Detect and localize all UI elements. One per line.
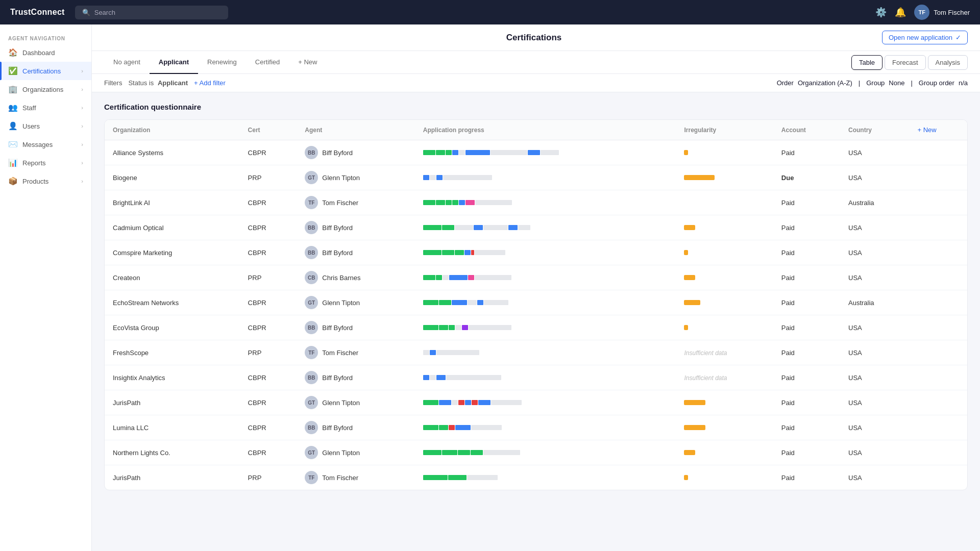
agent-avatar: GT [305, 396, 318, 409]
agent-name: Glenn Tipton [322, 399, 360, 407]
sidebar-item-reports[interactable]: 📊 Reports › [0, 154, 91, 172]
agent-avatar: BB [305, 246, 318, 259]
sidebar-item-users[interactable]: 👤 Users › [0, 117, 91, 135]
country: USA [840, 340, 909, 365]
add-filter-button[interactable]: + Add filter [194, 79, 226, 87]
new-action-cell [909, 265, 967, 290]
table-row: Lumina LLC CBPR BB Biff Byford Paid USA [105, 415, 967, 440]
sidebar-item-messages[interactable]: ✉️ Messages › [0, 135, 91, 154]
irregularity-bar [684, 175, 715, 180]
user-menu[interactable]: TF Tom Fischer [914, 5, 970, 20]
irregularity-bar [684, 325, 688, 330]
agent-cell: BB Biff Byford [297, 240, 414, 265]
account-status: Paid [773, 390, 840, 415]
org-name: Northern Lights Co. [105, 440, 240, 465]
group-order-label: Group order [919, 79, 954, 87]
cert-type: CBPR [240, 290, 297, 315]
tab-certified[interactable]: Certified [246, 51, 289, 74]
country: USA [840, 390, 909, 415]
col-agent[interactable]: Agent [297, 120, 414, 140]
tab-new[interactable]: + New [289, 51, 326, 74]
country: USA [840, 215, 909, 240]
org-name: Insightix Analytics [105, 365, 240, 390]
irregularity-cell [676, 315, 773, 340]
table-row: Createon PRP CB Chris Barnes Paid USA [105, 265, 967, 290]
table-row: JurisPath PRP TF Tom Fischer Paid USA [105, 465, 967, 490]
sidebar-item-organizations[interactable]: 🏢 Organizations › [0, 80, 91, 98]
irregularity-cell [676, 440, 773, 465]
cert-type: CBPR [240, 215, 297, 240]
filter-row: Filters Status is Applicant + Add filter… [92, 74, 980, 92]
sidebar-item-certifications[interactable]: ✅ Certifications › [0, 62, 91, 80]
chevron-right-icon: › [81, 123, 83, 129]
open-new-application-button[interactable]: Open new application ✓ [882, 31, 968, 44]
agent-name: Glenn Tipton [322, 299, 360, 307]
col-organization[interactable]: Organization [105, 120, 240, 140]
active-indicator [0, 62, 2, 80]
progress-cell [415, 215, 676, 240]
products-icon: 📦 [8, 177, 17, 186]
agent-name: Biff Byford [322, 374, 353, 382]
settings-icon[interactable]: ⚙️ [875, 7, 887, 18]
notifications-icon[interactable]: 🔔 [895, 7, 906, 18]
irregularity-bar [684, 400, 705, 405]
sidebar-item-dashboard[interactable]: 🏠 Dashboard [0, 43, 91, 62]
col-new[interactable]: + New [909, 120, 967, 140]
chevron-right-icon: › [81, 105, 83, 111]
account-status: Due [773, 165, 840, 190]
col-account[interactable]: Account [773, 120, 840, 140]
agent-avatar: TF [305, 471, 318, 484]
table-row: Northern Lights Co. CBPR GT Glenn Tipton… [105, 440, 967, 465]
order-value[interactable]: Organization (A-Z) [798, 79, 852, 87]
certifications-table: Organization Cert Agent Application prog… [105, 120, 967, 490]
account-status: Paid [773, 215, 840, 240]
country: USA [840, 365, 909, 390]
group-value[interactable]: None [889, 79, 904, 87]
col-cert[interactable]: Cert [240, 120, 297, 140]
tab-no-agent[interactable]: No agent [104, 51, 150, 74]
tab-applicant[interactable]: Applicant [150, 51, 198, 74]
progress-cell [415, 190, 676, 215]
col-country[interactable]: Country [840, 120, 909, 140]
org-name: EchoStream Networks [105, 290, 240, 315]
account-status: Paid [773, 265, 840, 290]
country: USA [840, 265, 909, 290]
view-table-button[interactable]: Table [851, 55, 883, 70]
dashboard-icon: 🏠 [8, 48, 17, 57]
irregularity-cell [676, 465, 773, 490]
account-status: Paid [773, 440, 840, 465]
table-header-row: Organization Cert Agent Application prog… [105, 120, 967, 140]
sidebar-item-label: Dashboard [22, 49, 83, 57]
sidebar-item-label: Messages [22, 141, 76, 148]
table-row: Comspire Marketing CBPR BB Biff Byford P… [105, 240, 967, 265]
certifications-icon: ✅ [8, 66, 17, 76]
messages-icon: ✉️ [8, 140, 17, 149]
topbar-right: ⚙️ 🔔 TF Tom Fischer [875, 5, 970, 20]
col-application-progress[interactable]: Application progress [415, 120, 676, 140]
country: Australia [840, 190, 909, 215]
progress-cell [415, 440, 676, 465]
search-bar[interactable]: 🔍 Search [75, 6, 228, 19]
country: USA [840, 315, 909, 340]
sidebar-item-staff[interactable]: 👥 Staff › [0, 98, 91, 117]
agent-name: Chris Barnes [322, 274, 360, 282]
irregularity-bar [684, 450, 695, 455]
table-row: Alliance Systems CBPR BB Biff Byford Pai… [105, 140, 967, 165]
view-forecast-button[interactable]: Forecast [885, 55, 926, 70]
col-irregularity[interactable]: Irregularity [676, 120, 773, 140]
view-analysis-button[interactable]: Analysis [928, 55, 968, 70]
users-icon: 👤 [8, 121, 17, 131]
tab-renewing[interactable]: Renewing [198, 51, 246, 74]
chevron-right-icon: › [81, 141, 83, 147]
agent-cell: BB Biff Byford [297, 315, 414, 340]
group-label: Group [866, 79, 885, 87]
cert-type: CBPR [240, 390, 297, 415]
irregularity-cell [676, 390, 773, 415]
sidebar-item-products[interactable]: 📦 Products › [0, 172, 91, 190]
organizations-icon: 🏢 [8, 85, 17, 94]
cert-type: CBPR [240, 315, 297, 340]
agent-cell: BB Biff Byford [297, 365, 414, 390]
agent-avatar: BB [305, 421, 318, 434]
agent-cell: TF Tom Fischer [297, 340, 414, 365]
reports-icon: 📊 [8, 158, 17, 167]
